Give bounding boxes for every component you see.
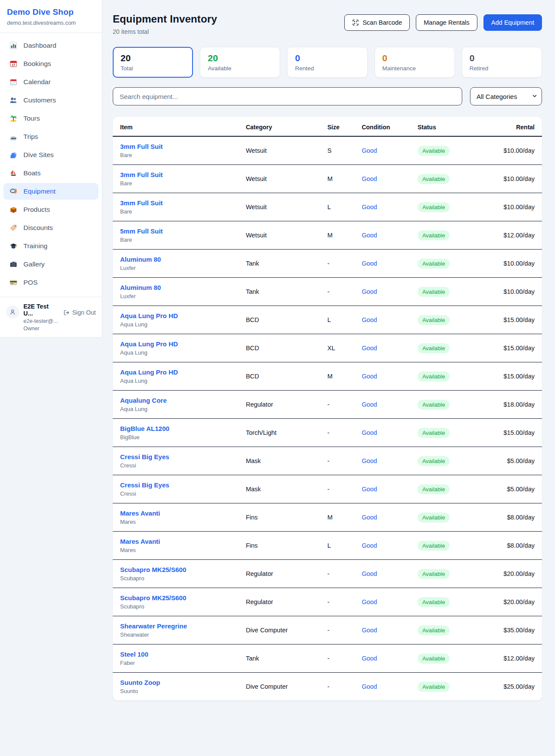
- item-name-link[interactable]: Shearwater Peregrine: [120, 622, 246, 630]
- item-name-link[interactable]: Aluminum 80: [120, 284, 246, 291]
- item-name-link[interactable]: Aqualung Core: [120, 397, 246, 404]
- item-category: Tank: [246, 278, 327, 306]
- item-name-link[interactable]: 3mm Full Suit: [120, 199, 246, 207]
- item-name-link[interactable]: Mares Avanti: [120, 538, 246, 545]
- rental-price: $8.00/day: [486, 532, 542, 560]
- status-badge: Available: [418, 259, 450, 269]
- condition-link[interactable]: Good: [362, 204, 377, 210]
- people-icon: [10, 96, 17, 104]
- stat-card-available[interactable]: 20 Available: [200, 47, 280, 78]
- condition-link[interactable]: Good: [362, 570, 377, 577]
- condition-link[interactable]: Good: [362, 627, 377, 634]
- condition-link[interactable]: Good: [362, 345, 377, 352]
- sidebar-item-products[interactable]: Products: [3, 201, 98, 218]
- stat-value: 0: [295, 53, 359, 63]
- manage-rentals-button[interactable]: Manage Rentals: [416, 14, 477, 31]
- stat-card-maintenance[interactable]: 0 Maintenance: [375, 47, 455, 78]
- item-name-link[interactable]: Suunto Zoop: [120, 679, 246, 686]
- column-header-category: Category: [246, 117, 327, 136]
- item-name-link[interactable]: Cressi Big Eyes: [120, 481, 246, 489]
- condition-link[interactable]: Good: [362, 598, 377, 605]
- item-brand: Bare: [120, 237, 246, 243]
- sidebar-item-trips[interactable]: Trips: [3, 128, 98, 145]
- item-size: M: [327, 221, 362, 250]
- sidebar-item-discounts[interactable]: Discounts: [3, 220, 98, 236]
- stat-card-rented[interactable]: 0 Rented: [287, 47, 367, 78]
- item-brand: Bare: [120, 152, 246, 158]
- add-equipment-button[interactable]: Add Equipment: [483, 14, 542, 31]
- sign-out-button[interactable]: Sign Out: [63, 309, 96, 316]
- table-row: Aqua Lung Pro HD Aqua Lung BCD M Good Av…: [113, 362, 542, 391]
- status-badge: Available: [418, 230, 450, 240]
- stat-card-retired[interactable]: 0 Retired: [462, 47, 542, 78]
- condition-link[interactable]: Good: [362, 401, 377, 408]
- status-badge: Available: [418, 597, 450, 607]
- condition-link[interactable]: Good: [362, 683, 377, 690]
- item-name-link[interactable]: Scubapro MK25/S600: [120, 594, 246, 602]
- item-name-link[interactable]: 3mm Full Suit: [120, 143, 246, 150]
- condition-link[interactable]: Good: [362, 514, 377, 521]
- item-name-link[interactable]: Steel 100: [120, 651, 246, 658]
- sidebar-item-label: POS: [23, 279, 38, 286]
- sidebar-item-boats[interactable]: Boats: [3, 165, 98, 181]
- status-badge: Available: [418, 541, 450, 551]
- sidebar-item-dive-sites[interactable]: Dive Sites: [3, 147, 98, 163]
- sidebar-item-label: Boats: [23, 169, 41, 177]
- scan-barcode-button[interactable]: Scan Barcode: [344, 14, 410, 31]
- user-email: e2e-tester@...: [23, 318, 59, 324]
- condition-link[interactable]: Good: [362, 316, 377, 323]
- page-header: Equipment Inventory 20 items total Scan …: [113, 13, 542, 35]
- condition-link[interactable]: Good: [362, 457, 377, 464]
- sidebar-item-bookings[interactable]: 17 Bookings: [3, 56, 98, 72]
- sidebar-item-label: Equipment: [23, 187, 56, 195]
- item-category: Wetsuit: [246, 221, 327, 250]
- status-badge: Available: [418, 400, 450, 410]
- stat-card-total[interactable]: 20 Total: [113, 47, 193, 78]
- item-name-link[interactable]: Aqua Lung Pro HD: [120, 312, 246, 319]
- condition-link[interactable]: Good: [362, 373, 377, 380]
- condition-link[interactable]: Good: [362, 175, 377, 182]
- item-name-link[interactable]: Mares Avanti: [120, 509, 246, 517]
- item-name-link[interactable]: Scubapro MK25/S600: [120, 566, 246, 573]
- condition-link[interactable]: Good: [362, 288, 377, 295]
- condition-link[interactable]: Good: [362, 260, 377, 267]
- item-size: S: [327, 136, 362, 165]
- item-name-link[interactable]: Cressi Big Eyes: [120, 453, 246, 460]
- column-header-condition: Condition: [362, 117, 418, 136]
- condition-link[interactable]: Good: [362, 147, 377, 154]
- condition-link[interactable]: Good: [362, 655, 377, 662]
- table-row: Mares Avanti Mares Fins M Good Available…: [113, 503, 542, 532]
- item-name-link[interactable]: Aqua Lung Pro HD: [120, 368, 246, 376]
- condition-link[interactable]: Good: [362, 429, 377, 436]
- item-name-link[interactable]: 3mm Full Suit: [120, 171, 246, 178]
- sidebar-item-dashboard[interactable]: Dashboard: [3, 37, 98, 54]
- sidebar-item-pos[interactable]: POS: [3, 274, 98, 291]
- sidebar-item-calendar[interactable]: Calendar: [3, 74, 98, 90]
- sidebar-item-training[interactable]: Training: [3, 238, 98, 254]
- item-size: -: [327, 588, 362, 616]
- user-role: Owner: [23, 325, 59, 332]
- item-brand: Luxfer: [120, 293, 246, 299]
- table-row: Aqualung Core Aqua Lung Regulator - Good…: [113, 391, 542, 419]
- sign-out-icon: [63, 309, 70, 316]
- search-input[interactable]: [113, 87, 462, 105]
- sidebar-item-equipment[interactable]: Equipment: [3, 183, 98, 200]
- item-name-link[interactable]: BigBlue AL1200: [120, 425, 246, 432]
- brand-name[interactable]: Demo Dive Shop: [7, 7, 95, 17]
- item-size: -: [327, 560, 362, 588]
- item-category: Wetsuit: [246, 193, 327, 221]
- condition-link[interactable]: Good: [362, 542, 377, 549]
- barcode-scan-icon: [352, 19, 359, 26]
- category-select[interactable]: All Categories: [470, 87, 542, 105]
- condition-link[interactable]: Good: [362, 232, 377, 239]
- item-name-link[interactable]: Aluminum 80: [120, 256, 246, 263]
- sidebar-item-gallery[interactable]: Gallery: [3, 256, 98, 273]
- item-name-link[interactable]: Aqua Lung Pro HD: [120, 340, 246, 348]
- sidebar-item-customers[interactable]: Customers: [3, 92, 98, 108]
- item-name-link[interactable]: 5mm Full Suit: [120, 227, 246, 235]
- status-badge: Available: [418, 343, 450, 353]
- tag-icon: [10, 224, 17, 232]
- condition-link[interactable]: Good: [362, 486, 377, 493]
- island-icon: [10, 115, 17, 122]
- sidebar-item-tours[interactable]: Tours: [3, 110, 98, 127]
